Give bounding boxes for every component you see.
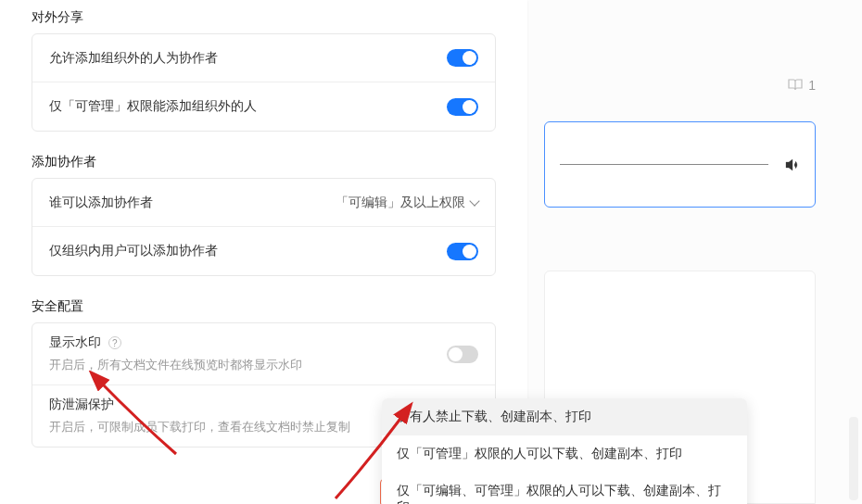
watermark-toggle[interactable] [447,346,478,363]
volume-icon[interactable] [783,157,800,173]
leak-protect-desc: 开启后，可限制成员下载打印，查看在线文档时禁止复制 [49,419,350,435]
allow-external-label: 允许添加组织外的人为协作者 [49,50,218,67]
add-collaborator-group: 谁可以添加协作者 「可编辑」及以上权限 仅组织内用户可以添加协作者 [32,178,496,276]
external-share-group: 允许添加组织外的人为协作者 仅「可管理」权限能添加组织外的人 [32,33,496,132]
section-external-share-title: 对外分享 [0,0,527,33]
leak-protect-label: 防泄漏保护 [49,397,350,413]
doc-count-value: 1 [808,78,816,93]
allow-external-row: 允许添加组织外的人为协作者 [32,34,495,82]
only-manage-external-toggle[interactable] [447,98,478,116]
section-add-collaborator-title: 添加协作者 [0,145,527,178]
who-can-add-value: 「可编辑」及以上权限 [336,195,465,211]
dropdown-option-all-forbid[interactable]: 所有人禁止下载、创建副本、打印 [382,398,747,435]
book-icon [788,79,803,92]
section-security-title: 安全配置 [0,289,527,322]
media-progress-bar[interactable] [560,164,768,165]
watermark-label: 显示水印 ? [49,334,302,351]
doc-count: 1 [788,78,816,93]
watermark-row: 显示水印 ? 开启后，所有文档文件在线预览时都将显示水印 [32,323,495,385]
who-can-add-label: 谁可以添加协作者 [49,195,153,211]
leak-protect-dropdown: 所有人禁止下载、创建副本、打印 仅「可管理」权限的人可以下载、创建副本、打印 仅… [382,398,747,504]
chevron-down-icon [469,195,479,206]
only-manage-external-row: 仅「可管理」权限能添加组织外的人 [32,82,495,131]
only-org-add-toggle[interactable] [447,243,478,260]
only-org-add-label: 仅组织内用户可以添加协作者 [49,243,218,259]
dropdown-option-manage-only[interactable]: 仅「可管理」权限的人可以下载、创建副本、打印 [382,435,747,472]
allow-external-toggle[interactable] [447,49,478,67]
dropdown-option-edit-manage[interactable]: 仅「可编辑、可管理」权限的人可以下载、创建副本、打印 [382,472,747,504]
who-can-add-row: 谁可以添加协作者 「可编辑」及以上权限 [32,179,495,227]
scrollbar[interactable] [849,417,858,500]
media-player[interactable] [544,121,816,208]
watermark-desc: 开启后，所有文档文件在线预览时都将显示水印 [49,357,302,373]
who-can-add-select[interactable]: 「可编辑」及以上权限 [336,195,478,211]
only-manage-external-label: 仅「可管理」权限能添加组织外的人 [49,98,257,115]
only-org-add-row: 仅组织内用户可以添加协作者 [32,227,495,275]
help-icon[interactable]: ? [108,336,121,349]
